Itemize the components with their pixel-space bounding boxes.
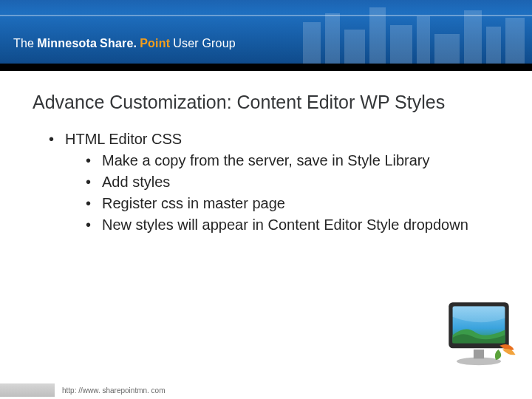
svg-rect-1 [325, 13, 340, 64]
sub-bullet: Add styles [86, 172, 499, 192]
brand-suffix: User Group [173, 37, 236, 50]
svg-rect-11 [474, 349, 484, 358]
svg-rect-8 [486, 27, 501, 64]
bullet-list: HTML Editor CSS Make a copy from the ser… [33, 129, 499, 235]
bullet-top-text: HTML Editor CSS [65, 131, 182, 147]
bullet-top: HTML Editor CSS Make a copy from the ser… [49, 129, 499, 235]
cityscape-decoration [296, 0, 532, 64]
slide-header: The Minnesota Share. Point User Group [0, 0, 532, 64]
brand-prefix: The [13, 37, 34, 50]
svg-rect-3 [369, 7, 386, 64]
svg-rect-9 [505, 18, 525, 64]
sub-bullet-list: Make a copy from the server, save in Sty… [65, 151, 499, 235]
slide-body: Advance Customization: Content Editor WP… [0, 71, 532, 235]
brand-title: The Minnesota Share. Point User Group [13, 37, 236, 50]
footer-accent-bar [0, 383, 55, 397]
slide-footer: http: //www. sharepointmn. com [0, 381, 532, 399]
svg-rect-5 [417, 16, 430, 64]
monitor-clipart-icon [439, 299, 519, 366]
svg-rect-4 [390, 25, 412, 64]
svg-rect-0 [303, 22, 321, 64]
brand-state: Minnesota [37, 37, 97, 50]
footer-url: http: //www. sharepointmn. com [62, 386, 166, 395]
sub-bullet: Register css in master page [86, 194, 499, 214]
brand-product-a: Share. [100, 37, 137, 50]
svg-rect-2 [344, 30, 365, 64]
sub-bullet: Make a copy from the server, save in Sty… [86, 151, 499, 171]
sub-bullet: New styles will appear in Content Editor… [86, 215, 499, 235]
slide-title: Advance Customization: Content Editor WP… [33, 92, 499, 113]
svg-rect-7 [464, 10, 482, 64]
brand-product-b: Point [140, 37, 170, 50]
svg-rect-6 [434, 34, 460, 64]
header-rule [0, 64, 532, 71]
